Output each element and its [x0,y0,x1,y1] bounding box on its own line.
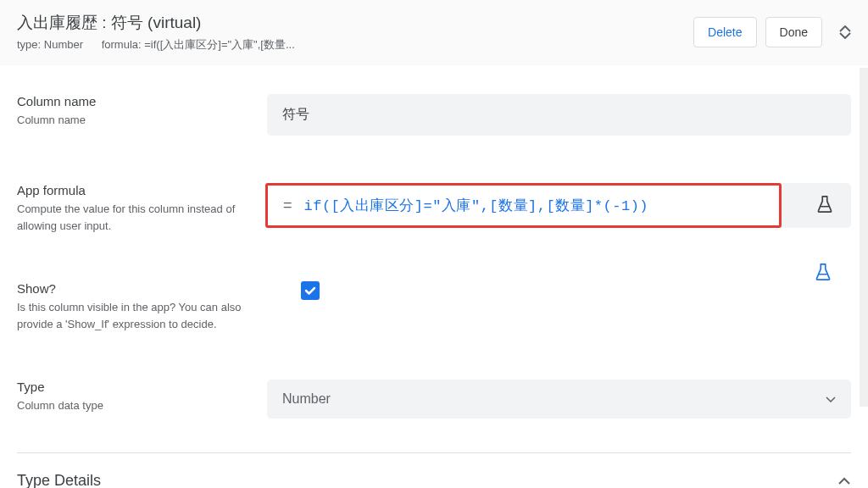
field-show: Show? Is this column visible in the app?… [17,258,851,356]
show-expression-button[interactable] [814,263,832,285]
label-desc: Compute the value for this column instea… [17,201,250,234]
flask-icon [814,263,832,281]
equals-sign: = [283,197,292,214]
header-actions: Delete Done [693,17,851,47]
label-desc: Is this column visible in the app? You c… [17,299,250,332]
formula-container: = if([入出庫区分]="入庫",[数量],[数量]*(-1)) [267,183,851,228]
header-titles: 入出庫履歴 : 符号 (virtual) type: Number formul… [17,12,295,53]
field-control: Number [267,380,851,419]
label-title: Show? [17,281,250,296]
formula-input[interactable]: = if([入出庫区分]="入庫",[数量],[数量]*(-1)) [265,183,782,228]
dropdown-icon [826,396,836,402]
type-details-section[interactable]: Type Details [17,453,851,488]
test-formula-button[interactable] [815,195,834,217]
label-title: Column name [17,94,250,108]
field-column-name: Column name Column name 符号 [17,70,851,159]
type-select[interactable]: Number [267,380,851,419]
reorder-handle[interactable] [839,25,851,39]
field-control: = if([入出庫区分]="入庫",[数量],[数量]*(-1)) [267,183,851,228]
type-label: type: Number [17,38,83,51]
done-button[interactable]: Done [765,17,822,47]
chevron-up-icon [837,477,851,485]
field-app-formula: App formula Compute the value for this c… [17,159,851,258]
formula-expression: if([入出庫区分]="入庫",[数量],[数量]*(-1)) [304,196,649,215]
formula-summary: formula: =if([入出庫区分]="入庫",[数量... [102,38,295,51]
show-checkbox[interactable] [301,281,320,300]
field-label: Type Column data type [17,380,267,414]
chevron-down-icon [839,32,851,39]
label-desc: Column data type [17,397,250,414]
label-title: App formula [17,183,250,197]
column-name-input[interactable]: 符号 [267,94,851,136]
check-icon [303,284,317,297]
field-label: Show? Is this column visible in the app?… [17,281,267,332]
flask-icon [815,195,834,214]
panel-header: 入出庫履歴 : 符号 (virtual) type: Number formul… [0,0,868,65]
field-type: Type Column data type Number [17,356,851,442]
content-area: Column name Column name 符号 App formula C… [0,65,868,488]
type-select-value: Number [282,391,331,407]
scrollbar[interactable] [860,68,868,407]
delete-button[interactable]: Delete [693,17,756,47]
label-title: Type [17,380,250,394]
page-title: 入出庫履歴 : 符号 (virtual) [17,12,295,34]
label-desc: Column name [17,112,250,129]
page-subtitle: type: Number formula: =if([入出庫区分]="入庫",[… [17,37,295,53]
field-control: 符号 [267,94,851,136]
section-title: Type Details [17,472,101,488]
field-control [267,281,851,300]
chevron-up-icon [839,25,851,32]
field-label: App formula Compute the value for this c… [17,183,267,234]
field-label: Column name Column name [17,94,267,129]
